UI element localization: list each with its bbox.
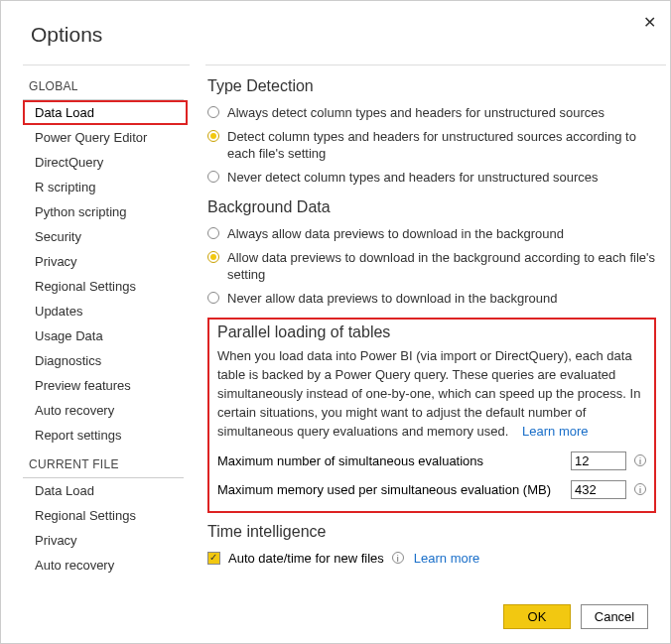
- type-detection-radio-2[interactable]: [207, 130, 219, 142]
- background-data-radio-1[interactable]: [207, 227, 219, 239]
- main-panel: Type Detection Always detect column type…: [205, 64, 666, 604]
- sidebar-section-global: GLOBAL: [23, 69, 184, 100]
- sidebar-item-updates[interactable]: Updates: [23, 299, 190, 323]
- sidebar-item-data-load[interactable]: Data Load: [23, 100, 188, 125]
- max-memory-input[interactable]: [571, 480, 626, 499]
- max-evaluations-input[interactable]: [571, 451, 626, 470]
- sidebar-item-cf-privacy[interactable]: Privacy: [23, 528, 190, 553]
- sidebar-item-privacy[interactable]: Privacy: [23, 249, 190, 274]
- sidebar-section-current-file: CURRENT FILE: [23, 448, 184, 478]
- time-intelligence-heading: Time intelligence: [207, 523, 656, 541]
- sidebar-item-auto-recovery[interactable]: Auto recovery: [23, 398, 190, 423]
- sidebar-item-directquery[interactable]: DirectQuery: [23, 150, 190, 175]
- sidebar-item-regional-settings[interactable]: Regional Settings: [23, 274, 190, 299]
- auto-datetime-checkbox[interactable]: [207, 552, 220, 565]
- sidebar-item-r-scripting[interactable]: R scripting: [23, 175, 190, 199]
- info-icon[interactable]: i: [634, 454, 646, 466]
- sidebar-item-usage-data[interactable]: Usage Data: [23, 323, 190, 348]
- background-data-radio-2-label: Allow data previews to download in the b…: [227, 249, 656, 284]
- parallel-loading-box: Parallel loading of tables When you load…: [207, 318, 656, 512]
- parallel-loading-desc: When you load data into Power BI (via im…: [217, 347, 646, 441]
- background-data-radio-3-label: Never allow data previews to download in…: [227, 290, 557, 308]
- background-data-radio-1-label: Always allow data previews to download i…: [227, 225, 564, 243]
- type-detection-radio-1[interactable]: [207, 106, 219, 118]
- sidebar: GLOBAL Data LoadPower Query EditorDirect…: [23, 64, 190, 604]
- sidebar-item-python-scripting[interactable]: Python scripting: [23, 199, 190, 224]
- sidebar-item-preview-features[interactable]: Preview features: [23, 373, 190, 398]
- type-detection-heading: Type Detection: [207, 77, 656, 95]
- parallel-loading-heading: Parallel loading of tables: [217, 323, 646, 341]
- info-icon[interactable]: i: [634, 483, 646, 495]
- auto-datetime-label: Auto date/time for new files: [228, 551, 384, 566]
- time-intel-learn-more-link[interactable]: Learn more: [414, 551, 479, 566]
- ok-button[interactable]: OK: [503, 604, 571, 629]
- type-detection-radio-1-label: Always detect column types and headers f…: [227, 104, 604, 122]
- sidebar-item-report-settings[interactable]: Report settings: [23, 423, 190, 448]
- sidebar-item-cf-data-load[interactable]: Data Load: [23, 478, 190, 503]
- sidebar-item-diagnostics[interactable]: Diagnostics: [23, 348, 190, 373]
- sidebar-item-cf-regional-settings[interactable]: Regional Settings: [23, 503, 190, 528]
- background-data-radio-3[interactable]: [207, 292, 219, 304]
- dialog-footer: OK Cancel: [503, 604, 648, 629]
- type-detection-radio-3-label: Never detect column types and headers fo…: [227, 169, 599, 187]
- close-icon[interactable]: ✕: [643, 13, 656, 32]
- parallel-learn-more-link[interactable]: Learn more: [522, 424, 588, 439]
- type-detection-radio-3[interactable]: [207, 171, 219, 183]
- sidebar-item-cf-auto-recovery[interactable]: Auto recovery: [23, 553, 190, 578]
- max-memory-label: Maximum memory used per simultaneous eva…: [217, 482, 571, 497]
- cancel-button[interactable]: Cancel: [581, 604, 648, 629]
- background-data-heading: Background Data: [207, 198, 656, 216]
- background-data-radio-2[interactable]: [207, 251, 219, 263]
- dialog-title: Options: [1, 1, 670, 64]
- info-icon[interactable]: i: [392, 552, 404, 564]
- sidebar-item-power-query-editor[interactable]: Power Query Editor: [23, 125, 190, 150]
- sidebar-item-security[interactable]: Security: [23, 224, 190, 249]
- type-detection-radio-2-label: Detect column types and headers for unst…: [227, 128, 656, 163]
- max-evaluations-label: Maximum number of simultaneous evaluatio…: [217, 453, 571, 468]
